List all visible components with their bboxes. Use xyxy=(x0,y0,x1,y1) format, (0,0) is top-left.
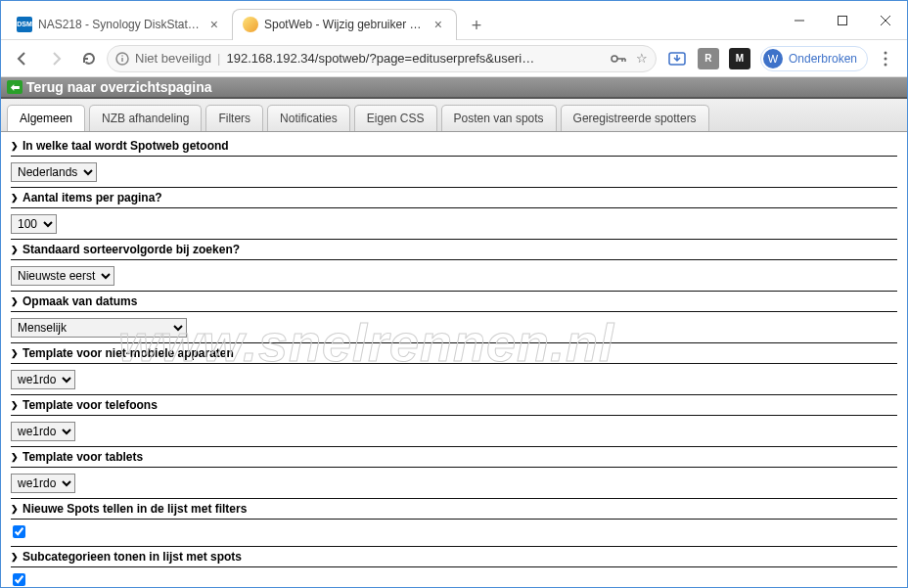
maximize-button[interactable] xyxy=(821,6,864,35)
chevron-right-icon: ❯ xyxy=(11,452,19,462)
setting-control-row: we1rdo xyxy=(11,468,897,499)
maximize-icon xyxy=(838,16,847,25)
svg-point-14 xyxy=(885,63,887,66)
arrow-left-green-icon: ⬅ xyxy=(7,80,23,94)
browser-toolbar: Niet beveiligd | 192.168.192.34/spotweb/… xyxy=(1,40,907,77)
setting-label: Opmaak van datums xyxy=(23,294,137,308)
setting-select[interactable]: we1rdo xyxy=(11,370,75,389)
setting-header[interactable]: ❯Subcategorieen tonen in lijst met spots xyxy=(11,547,897,567)
extension-icon-r[interactable]: R xyxy=(698,48,719,69)
tab-algemeen[interactable]: Algemeen xyxy=(7,105,85,131)
overflow-menu-button[interactable] xyxy=(870,51,901,67)
setting-header[interactable]: ❯Template voor tablets xyxy=(11,447,897,468)
setting-select[interactable]: Nederlands xyxy=(11,162,97,182)
profile-avatar: W xyxy=(763,49,783,68)
new-tab-button[interactable]: + xyxy=(463,13,490,40)
star-icon[interactable]: ☆ xyxy=(636,51,648,66)
chevron-right-icon: ❯ xyxy=(11,245,19,254)
profile-label: Onderbroken xyxy=(789,52,857,66)
window-controls xyxy=(778,6,907,35)
browser-titlebar: DSM NAS218 - Synology DiskStation × Spot… xyxy=(1,1,907,40)
svg-point-13 xyxy=(885,57,887,60)
arrow-left-icon xyxy=(15,51,30,67)
extension-icon-m[interactable]: M xyxy=(729,48,750,69)
spot-favicon xyxy=(243,17,258,32)
setting-header[interactable]: ❯Standaard sorteervolgorde bij zoeken? xyxy=(11,240,897,260)
setting-control-row xyxy=(11,567,897,588)
settings-tabbar: Algemeen NZB afhandeling Filters Notific… xyxy=(1,99,907,132)
browser-tab-2[interactable]: SpotWeb - Wijzig gebruiker voo × xyxy=(232,9,457,40)
chevron-right-icon: ❯ xyxy=(11,552,19,562)
forward-button[interactable] xyxy=(40,44,71,73)
browser-tab-2-title: SpotWeb - Wijzig gebruiker voo xyxy=(264,18,425,31)
address-bar[interactable]: Niet beveiligd | 192.168.192.34/spotweb/… xyxy=(107,45,657,72)
info-icon xyxy=(115,52,129,66)
setting-header[interactable]: ❯Opmaak van datums xyxy=(11,292,897,312)
chevron-right-icon: ❯ xyxy=(11,504,19,514)
setting-select[interactable]: Menselijk xyxy=(11,318,187,338)
back-to-overview-bar[interactable]: ⬅ Terug naar overzichtspagina xyxy=(1,77,907,99)
setting-control-row: 100 xyxy=(11,208,897,240)
setting-select[interactable]: 100 xyxy=(11,214,57,234)
svg-point-6 xyxy=(121,55,123,57)
close-icon xyxy=(881,16,890,25)
extension-icon-idm[interactable] xyxy=(666,48,688,69)
close-icon[interactable]: × xyxy=(431,17,446,32)
profile-chip[interactable]: W Onderbroken xyxy=(760,46,868,71)
tab-eigen-css[interactable]: Eigen CSS xyxy=(354,105,437,131)
chevron-right-icon: ❯ xyxy=(11,296,19,306)
setting-label: Subcategorieen tonen in lijst met spots xyxy=(23,550,242,564)
chevron-right-icon: ❯ xyxy=(11,400,19,410)
close-icon[interactable]: × xyxy=(206,17,222,32)
minimize-button[interactable] xyxy=(778,6,821,35)
svg-rect-1 xyxy=(839,16,847,24)
reload-button[interactable] xyxy=(73,44,105,73)
setting-control-row: we1rdo xyxy=(11,364,897,395)
setting-control-row xyxy=(11,520,897,547)
tab-filters[interactable]: Filters xyxy=(205,105,263,131)
chevron-right-icon: ❯ xyxy=(11,348,19,358)
setting-label: Template voor niet-mobiele apparaten xyxy=(23,346,234,360)
extension-icons: R M xyxy=(658,48,758,69)
setting-select[interactable]: Nieuwste eerst xyxy=(11,266,114,286)
svg-point-7 xyxy=(612,56,617,62)
tab-notificaties[interactable]: Notificaties xyxy=(267,105,350,131)
setting-header[interactable]: ❯In welke taal wordt Spotweb getoond xyxy=(11,136,897,157)
arrow-right-icon xyxy=(48,51,64,67)
setting-select[interactable]: we1rdo xyxy=(11,474,75,493)
browser-tabs-strip: DSM NAS218 - Synology DiskStation × Spot… xyxy=(1,1,778,40)
setting-header[interactable]: ❯Aantal items per pagina? xyxy=(11,188,897,208)
separator: | xyxy=(217,51,220,66)
setting-label: Aantal items per pagina? xyxy=(23,191,162,204)
browser-tab-1[interactable]: DSM NAS218 - Synology DiskStation × xyxy=(7,9,232,40)
setting-label: Nieuwe Spots tellen in de lijst met filt… xyxy=(23,502,247,516)
dots-vertical-icon xyxy=(884,51,887,67)
setting-control-row: Menselijk xyxy=(11,312,897,343)
setting-header[interactable]: ❯Nieuwe Spots tellen in de lijst met fil… xyxy=(11,499,897,520)
svg-point-12 xyxy=(885,51,887,54)
tab-geregistreerde-spotters[interactable]: Geregistreerde spotters xyxy=(561,105,709,131)
setting-label: Standaard sorteervolgorde bij zoeken? xyxy=(23,243,240,256)
setting-header[interactable]: ❯Template voor telefoons xyxy=(11,395,897,416)
setting-control-row: Nieuwste eerst xyxy=(11,260,897,292)
key-icon[interactable] xyxy=(611,54,626,64)
setting-label: Template voor telefoons xyxy=(23,398,158,412)
setting-select[interactable]: we1rdo xyxy=(11,422,75,441)
settings-content: ❯In welke taal wordt Spotweb getoondNede… xyxy=(1,132,907,588)
url-display: 192.168.192.34/spotweb/?page=edituserpre… xyxy=(226,51,534,66)
dsm-favicon: DSM xyxy=(17,17,32,32)
setting-control-row: we1rdo xyxy=(11,416,897,447)
back-button[interactable] xyxy=(7,44,38,73)
tab-nzb-afhandeling[interactable]: NZB afhandeling xyxy=(89,105,202,131)
tab-posten-van-spots[interactable]: Posten van spots xyxy=(441,105,557,131)
setting-checkbox[interactable] xyxy=(13,573,25,586)
setting-control-row: Nederlands xyxy=(11,157,897,188)
reload-icon xyxy=(81,51,97,67)
chevron-right-icon: ❯ xyxy=(11,193,19,203)
security-label: Niet beveiligd xyxy=(135,51,211,66)
chevron-right-icon: ❯ xyxy=(11,141,19,151)
close-window-button[interactable] xyxy=(864,6,907,35)
setting-checkbox[interactable] xyxy=(13,525,25,538)
setting-header[interactable]: ❯Template voor niet-mobiele apparaten xyxy=(11,343,897,364)
minimize-icon xyxy=(794,16,804,25)
